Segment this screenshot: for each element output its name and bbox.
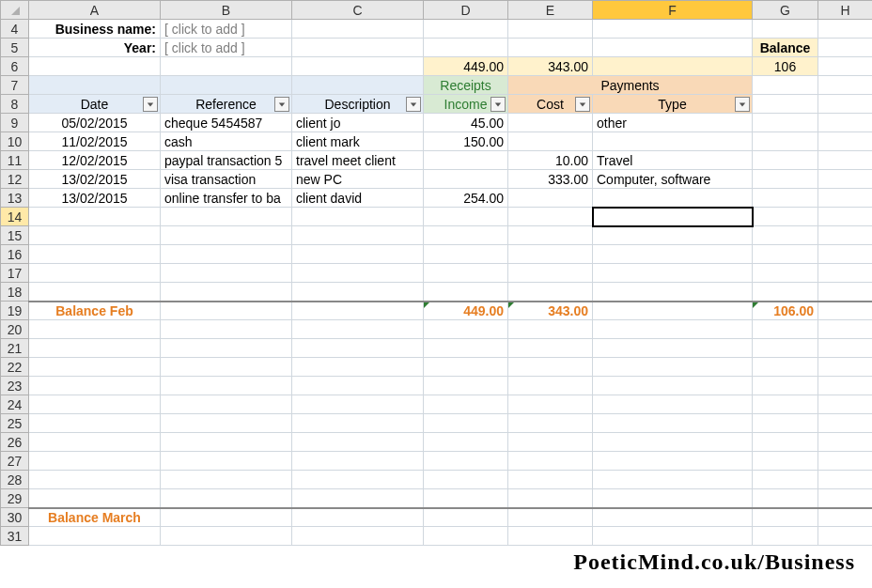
row-header-21[interactable]: 21: [1, 339, 29, 358]
description-header[interactable]: Description: [292, 95, 424, 114]
row-header-8[interactable]: 8: [1, 95, 29, 114]
row-header-25[interactable]: 25: [1, 414, 29, 433]
row-header-7[interactable]: 7: [1, 76, 29, 95]
filter-description[interactable]: [406, 97, 421, 112]
col-header-D[interactable]: D: [424, 1, 508, 20]
total-balance: 106: [753, 57, 818, 76]
balance-march-label: Balance March: [29, 508, 161, 527]
business-name-label: Business name:: [29, 20, 161, 39]
row-header-6[interactable]: 6: [1, 57, 29, 76]
active-cell-F14[interactable]: Travel Advertising Marketing, website Co…: [593, 208, 753, 226]
total-cost: 343.00: [508, 57, 593, 76]
row-header-18[interactable]: 18: [1, 283, 29, 302]
filter-date[interactable]: [143, 97, 158, 112]
balance-header: Balance: [753, 39, 818, 57]
row-header-30[interactable]: 30: [1, 508, 29, 527]
row-header-15[interactable]: 15: [1, 226, 29, 245]
col-header-E[interactable]: E: [508, 1, 593, 20]
row-header-5[interactable]: 5: [1, 39, 29, 57]
row-header-31[interactable]: 31: [1, 527, 29, 546]
receipts-header: Receipts: [424, 76, 508, 95]
type-header[interactable]: Type: [593, 95, 753, 114]
row-header-12[interactable]: 12: [1, 170, 29, 189]
date-header[interactable]: Date: [29, 95, 161, 114]
row-header-17[interactable]: 17: [1, 264, 29, 283]
row-header-4[interactable]: 4: [1, 20, 29, 39]
year-label: Year:: [29, 39, 161, 57]
row-header-20[interactable]: 20: [1, 320, 29, 339]
year-input[interactable]: [ click to add ]: [161, 39, 292, 57]
reference-header[interactable]: Reference: [161, 95, 292, 114]
row-header-24[interactable]: 24: [1, 395, 29, 414]
row-header-27[interactable]: 27: [1, 452, 29, 471]
row-header-14[interactable]: 14: [1, 208, 29, 226]
balance-feb-label: Balance Feb: [29, 302, 161, 320]
filter-cost[interactable]: [575, 97, 590, 112]
table-row: 10 11/02/2015 cash client mark 150.00: [1, 132, 873, 151]
income-header[interactable]: Income: [424, 95, 508, 114]
balance-feb-income: 449.00: [424, 302, 508, 320]
cost-header[interactable]: Cost: [508, 95, 593, 114]
row-header-11[interactable]: 11: [1, 151, 29, 170]
payments-header: Payments: [508, 76, 753, 95]
row-header-22[interactable]: 22: [1, 358, 29, 377]
table-row: 12 13/02/2015 visa transaction new PC 33…: [1, 170, 873, 189]
row-header-26[interactable]: 26: [1, 433, 29, 452]
col-header-B[interactable]: B: [161, 1, 292, 20]
business-name-input[interactable]: [ click to add ]: [161, 20, 292, 39]
col-header-H[interactable]: H: [818, 1, 873, 20]
table-row: 9 05/02/2015 cheque 5454587 client jo 45…: [1, 114, 873, 132]
col-header-G[interactable]: G: [753, 1, 818, 20]
col-header-F[interactable]: F: [593, 1, 753, 20]
row-header-10[interactable]: 10: [1, 132, 29, 151]
balance-feb-balance: 106.00: [753, 302, 818, 320]
row-header-13[interactable]: 13: [1, 189, 29, 208]
total-income: 449.00: [424, 57, 508, 76]
col-header-A[interactable]: A: [29, 1, 161, 20]
row-header-16[interactable]: 16: [1, 245, 29, 264]
row-header-23[interactable]: 23: [1, 377, 29, 395]
spreadsheet-grid[interactable]: A B C D E F G H 4 Business name: [ click…: [0, 0, 872, 546]
row-header-9[interactable]: 9: [1, 114, 29, 132]
table-row: 13 13/02/2015 online transfer to ba clie…: [1, 189, 873, 208]
balance-feb-cost: 343.00: [508, 302, 593, 320]
watermark-text: PoeticMind.co.uk/Business: [573, 549, 855, 575]
dropdown-button[interactable]: [752, 208, 753, 226]
row-header-28[interactable]: 28: [1, 471, 29, 489]
filter-income[interactable]: [490, 97, 506, 112]
filter-reference[interactable]: [274, 97, 289, 112]
row-header-19[interactable]: 19: [1, 302, 29, 320]
row-header-29[interactable]: 29: [1, 489, 29, 508]
table-row: 11 12/02/2015 paypal transaction 5 trave…: [1, 151, 873, 170]
col-header-C[interactable]: C: [292, 1, 424, 20]
select-all-corner[interactable]: [1, 1, 29, 20]
filter-type[interactable]: [735, 97, 750, 112]
